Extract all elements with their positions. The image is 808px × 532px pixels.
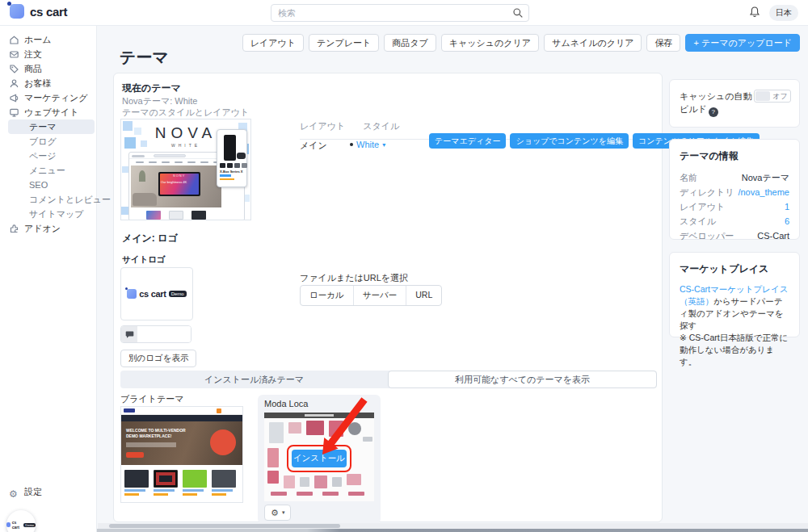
moda-theme-actions-button[interactable]: ⚙ ▾ <box>264 505 291 521</box>
sidebar-item-label: メニュー <box>29 165 65 175</box>
style-swatch-dot <box>350 143 353 146</box>
tab-available-themes[interactable]: 利用可能なすべてのテーマを表示 <box>388 371 657 388</box>
sidebar-item-label: お客様 <box>24 78 51 88</box>
product-tabs-button[interactable]: 商品タブ <box>384 34 436 52</box>
sidebar-item-marketing[interactable]: マーケティング <box>0 90 96 105</box>
sidebar-item-label: アドオン <box>24 224 61 233</box>
info-value-link[interactable]: /nova_theme <box>738 185 789 199</box>
home-icon <box>9 35 19 45</box>
marketplace-heading: マーケットプレイス <box>680 262 789 276</box>
horizontal-scrollbar-thumb[interactable] <box>109 524 340 528</box>
sidebar-item-pages[interactable]: ページ <box>0 149 96 163</box>
monitor-icon <box>9 107 19 118</box>
avatar-logo-text: cs cart <box>12 520 23 530</box>
marketplace-note: ※ CS-Cart日本語版で正常に動作しない場合があります。 <box>680 332 789 368</box>
layouts-button[interactable]: レイアウト <box>242 34 304 52</box>
window-bottom-edge <box>0 529 808 532</box>
bright-theme-preview-image[interactable]: WELCOME TO MULTI-VENDOR DEMO MARKETPLACE… <box>120 406 243 503</box>
sidebar-item-blog[interactable]: ブログ <box>0 134 96 149</box>
sidebar-item-sitemap[interactable]: サイトマップ <box>0 207 96 221</box>
cscart-logo[interactable]: cs cart <box>10 4 67 19</box>
tv-caption-text: Our brightness 4K <box>161 180 187 184</box>
sidebar-item-seo[interactable]: SEO <box>0 178 96 192</box>
help-icon[interactable]: ? <box>709 107 718 117</box>
sidebar-item-orders[interactable]: 注文 <box>0 47 96 61</box>
search-input[interactable] <box>271 4 529 22</box>
toggle-state-label: オフ <box>770 91 790 102</box>
gear-icon: ⚙ <box>271 508 279 518</box>
sidebar-item-label: 設定 <box>24 487 42 496</box>
clear-cache-button[interactable]: キャッシュのクリア <box>441 34 539 52</box>
edit-content-in-shop-button[interactable]: ショップでコンテンツを編集 <box>510 133 629 149</box>
theme-editor-button[interactable]: テーマエディター <box>429 133 506 149</box>
tab-installed-themes[interactable]: インストール済みテーマ <box>120 371 388 388</box>
style-select[interactable]: White ▾ <box>350 140 385 149</box>
info-value: CS-Cart <box>757 228 789 243</box>
person-icon <box>9 78 19 89</box>
sidebar-item-themes[interactable]: テーマ <box>8 119 95 134</box>
global-search <box>271 4 529 22</box>
local-file-button[interactable]: ローカル <box>301 286 354 305</box>
moda-loca-theme-card: Moda Loca インストール ⚙ ▾ <box>258 395 381 524</box>
sidebar-item-settings[interactable]: ⚙ 設定 <box>0 484 97 499</box>
tag-icon <box>9 64 19 74</box>
phone-caption-text: X-Box Series X <box>220 170 242 174</box>
sidebar-item-label: SEO <box>29 180 48 190</box>
chevron-down-icon: ▾ <box>282 509 285 516</box>
main-logo-heading: メイン: ロゴ <box>122 232 178 245</box>
language-selector[interactable]: 日本 <box>769 5 798 21</box>
show-other-logo-button[interactable]: 別のロゴを表示 <box>120 350 196 367</box>
clear-thumbnails-button[interactable]: サムネイルのクリア <box>544 34 642 52</box>
avatar-logo-badge: Demo <box>23 523 36 527</box>
site-logo-preview[interactable]: cs cart Demo <box>120 267 193 320</box>
sidebar-item-products[interactable]: 商品 <box>0 61 96 76</box>
save-button[interactable]: 保存 <box>646 34 680 52</box>
cscart-logo-icon <box>10 4 24 19</box>
sidebar-item-comments-reviews[interactable]: コメントとレビュー <box>0 192 96 207</box>
page-toolbar: レイアウト テンプレート 商品タブ キャッシュのクリア サムネイルのクリア 保存… <box>242 34 800 52</box>
current-theme-subtitle: テーマのスタイルとレイアウト <box>122 107 249 119</box>
sidebar-item-label: テーマ <box>29 122 57 132</box>
chevron-down-icon: ▾ <box>382 141 385 149</box>
tab-label: インストール済みテーマ <box>204 374 304 386</box>
info-value-link[interactable]: 1 <box>785 199 789 214</box>
comment-bubble-icon <box>121 326 137 342</box>
avatar-logo-icon <box>6 522 11 527</box>
url-file-button[interactable]: URL <box>406 286 441 305</box>
info-value-link[interactable]: 6 <box>785 214 789 228</box>
sidebar-item-website[interactable]: ウェブサイト <box>0 105 96 119</box>
top-bar: cs cart 日本 <box>0 0 808 26</box>
bright-banner-text: WELCOME TO MULTI-VENDOR DEMO MARKETPLACE… <box>126 428 191 439</box>
sidebar-item-label: ページ <box>29 151 57 161</box>
notifications-bell-icon[interactable] <box>748 6 761 19</box>
install-theme-button[interactable]: インストール <box>292 450 347 467</box>
sidebar-item-label: ホーム <box>24 35 52 44</box>
info-label: レイアウト <box>680 199 725 214</box>
theme-info-row: 名前 Novaテーマ <box>680 170 789 185</box>
marketplace-text: CS-Cartマーケットプレイス（英語）からサードパーティ製のアドオンやテーマを… <box>680 283 789 332</box>
logo-alt-text-input[interactable] <box>137 326 191 342</box>
current-theme-heading: 現在のテーマ <box>122 82 181 95</box>
tab-layouts[interactable]: レイアウト <box>300 120 345 132</box>
marketplace-card: マーケットプレイス CS-Cartマーケットプレイス（英語）からサードパーティ製… <box>669 252 800 337</box>
horizontal-scrollbar[interactable] <box>98 523 808 529</box>
user-avatar[interactable]: cs cart Demo <box>6 510 36 532</box>
sidebar-item-menus[interactable]: メニュー <box>0 163 96 178</box>
theme-info-card: テーマの情報 名前 Novaテーマ ディレクトリ /nova_theme レイア… <box>669 139 800 240</box>
sidebar-item-label: ウェブサイト <box>24 107 79 117</box>
nova-theme-preview-image[interactable]: NOVA WHITE SONY Our brightness 4K X- <box>120 119 251 220</box>
cache-rebuild-card: キャッシュの自動リビルド? オフ <box>669 79 800 128</box>
moda-loca-name: Moda Loca <box>264 399 308 408</box>
sidebar-item-home[interactable]: ホーム <box>0 32 96 47</box>
sidebar-item-addons[interactable]: アドオン <box>0 221 96 236</box>
upload-theme-button[interactable]: + テーマのアップロード <box>685 34 800 52</box>
cache-rebuild-toggle[interactable]: オフ <box>754 90 791 103</box>
sidebar-item-label: 商品 <box>24 64 42 73</box>
sidebar-item-customers[interactable]: お客様 <box>0 76 96 90</box>
theme-info-row: ディレクトリ /nova_theme <box>680 185 789 199</box>
templates-button[interactable]: テンプレート <box>309 34 379 52</box>
style-select-value: White <box>356 140 379 149</box>
tab-styles[interactable]: スタイル <box>363 120 399 132</box>
server-file-button[interactable]: サーバー <box>354 286 407 305</box>
file-source-segmented-control: ローカル サーバー URL <box>300 285 442 306</box>
